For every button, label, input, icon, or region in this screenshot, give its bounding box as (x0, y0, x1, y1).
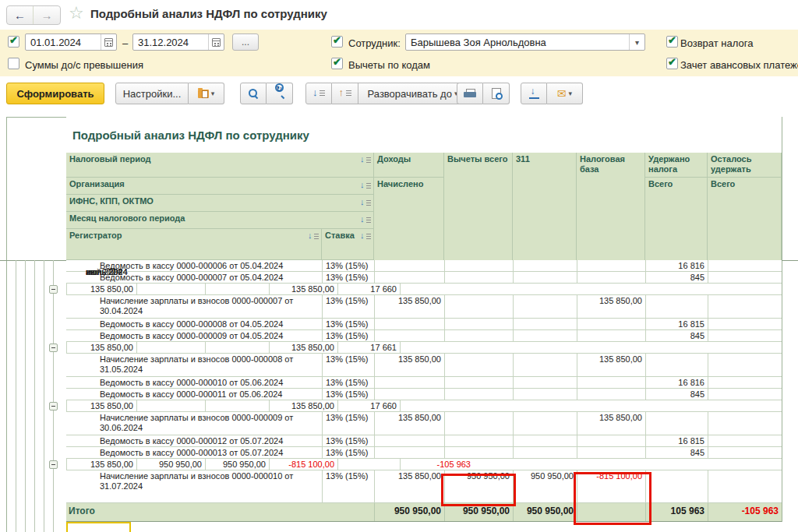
value-cell[interactable]: -815 100,00 (577, 470, 645, 502)
value-cell[interactable] (513, 295, 577, 318)
value-cell[interactable] (708, 330, 782, 341)
value-cell[interactable] (645, 354, 708, 376)
row-label[interactable]: Ведомость в кассу 0000-000008 от 04.05.2… (66, 319, 322, 329)
value-cell[interactable] (577, 319, 645, 329)
value-cell[interactable] (205, 342, 269, 353)
value-cell[interactable] (374, 435, 444, 446)
value-cell[interactable] (513, 447, 577, 458)
value-cell[interactable]: 845 (645, 330, 708, 341)
value-cell[interactable] (645, 295, 708, 318)
search-next-button[interactable] (267, 83, 293, 104)
row-label[interactable]: авг. 2024 (66, 266, 374, 288)
favorite-star-icon[interactable]: ☆ (69, 3, 84, 23)
value-cell[interactable] (374, 272, 444, 283)
value-cell[interactable] (444, 377, 513, 388)
document-row[interactable]: Ведомость в кассу 0000-000008 от 04.05.2… (66, 319, 782, 330)
value-cell[interactable] (444, 319, 513, 329)
value-cell[interactable]: 845 (645, 447, 708, 458)
search-button[interactable] (240, 83, 267, 104)
value-cell[interactable] (708, 319, 782, 329)
value-cell[interactable]: 845 (645, 272, 708, 283)
value-cell[interactable] (708, 354, 782, 376)
value-cell[interactable]: 950 950,00 (136, 459, 205, 470)
value-cell[interactable] (374, 377, 444, 388)
value-cell[interactable]: 135 850,00 (269, 342, 337, 353)
value-cell[interactable] (708, 447, 782, 458)
column-header[interactable]: Налоговая база (577, 153, 645, 260)
column-header[interactable]: ДоходыНачислено (374, 153, 444, 260)
header-registrator[interactable]: Регистратор (66, 229, 322, 260)
header-rate[interactable]: Ставка (322, 229, 374, 260)
report-variants-button[interactable]: ▾ (189, 83, 224, 104)
value-cell[interactable] (444, 354, 513, 376)
value-cell[interactable] (374, 330, 444, 341)
rate-cell[interactable]: 13% (15%) (322, 295, 374, 318)
header-month[interactable]: Месяц налогового периода (66, 212, 374, 229)
value-cell[interactable] (708, 412, 782, 435)
value-cell[interactable]: 950 950,00 (513, 470, 577, 502)
row-label[interactable]: Начисление зарплаты и взносов 0000-00001… (66, 470, 322, 502)
document-row[interactable]: Начисление зарплаты и взносов 0000-00000… (66, 412, 782, 435)
settings-button[interactable]: Настройки... (115, 83, 189, 104)
value-cell[interactable] (708, 295, 782, 318)
value-cell[interactable]: 135 850,00 (66, 459, 136, 470)
value-cell[interactable] (400, 400, 474, 411)
column-header[interactable]: 311 (513, 153, 577, 260)
expand-to-button[interactable]: Разворачивать до ▾ (358, 83, 468, 104)
period-more-button[interactable]: ... (232, 33, 259, 51)
employee-dropdown-button[interactable]: ▾ (629, 34, 644, 50)
value-cell[interactable]: 135 850,00 (269, 400, 337, 411)
date-from-field[interactable]: 01.01.2024 (25, 33, 117, 51)
column-header[interactable]: Удержано налогаВсего (645, 153, 708, 260)
total-row[interactable]: Итого 950 950,00950 950,00950 950,00105 … (66, 503, 782, 522)
date-from-value[interactable]: 01.01.2024 (26, 37, 101, 48)
value-cell[interactable] (577, 330, 645, 341)
sort-icon[interactable] (360, 156, 371, 165)
rate-cell[interactable]: 13% (15%) (322, 435, 374, 446)
sort-icon[interactable] (308, 232, 319, 241)
collapse-groups-button[interactable]: ↑ (332, 83, 358, 104)
collapse-group-button[interactable] (49, 344, 58, 352)
advance-offset-checkbox[interactable] (666, 58, 678, 69)
total-value-cell[interactable]: 950 950,00 (444, 503, 513, 521)
value-cell[interactable] (513, 319, 577, 329)
value-cell[interactable] (444, 389, 513, 400)
employee-combo[interactable]: Барышева Зоя Арнольдовна ▾ (405, 33, 645, 51)
value-cell[interactable] (577, 435, 645, 446)
header-ifns[interactable]: ИФНС, КПП, ОКТМО (66, 195, 374, 212)
send-email-button[interactable]: ✉ ▾ (547, 83, 583, 104)
value-cell[interactable] (374, 260, 444, 271)
column-header[interactable]: Вычеты всего (444, 153, 513, 260)
value-cell[interactable] (400, 342, 474, 353)
value-cell[interactable]: 135 850,00 (577, 412, 645, 435)
rate-cell[interactable]: 13% (15%) (322, 319, 374, 329)
value-cell[interactable] (708, 389, 782, 400)
value-cell[interactable] (708, 377, 782, 388)
header-tax-period[interactable]: Налоговый период (66, 153, 374, 178)
value-cell[interactable] (513, 354, 577, 376)
value-cell[interactable] (513, 330, 577, 341)
deductions-checkbox[interactable] (331, 58, 343, 69)
document-row[interactable]: Ведомость в кассу 0000-000010 от 05.06.2… (66, 377, 782, 389)
rate-cell[interactable]: 13% (15%) (322, 330, 374, 341)
value-cell[interactable]: 17 660 (337, 400, 400, 411)
value-cell[interactable] (513, 272, 577, 283)
value-cell[interactable] (374, 389, 444, 400)
value-cell[interactable] (708, 470, 782, 502)
total-value-cell[interactable]: 105 963 (645, 503, 708, 521)
tax-refund-checkbox[interactable] (666, 36, 678, 48)
total-value-cell[interactable]: -105 963 (708, 503, 782, 521)
employee-checkbox[interactable] (331, 36, 343, 48)
value-cell[interactable]: 135 850,00 (577, 354, 645, 376)
row-label[interactable]: Начисление зарплаты и взносов 0000-00000… (66, 354, 322, 376)
value-cell[interactable] (205, 400, 269, 411)
value-cell[interactable] (374, 447, 444, 458)
date-to-calendar-button[interactable] (208, 34, 224, 50)
value-cell[interactable]: 950 950,00 (444, 470, 513, 502)
value-cell[interactable] (645, 470, 708, 502)
value-cell[interactable] (708, 272, 782, 283)
value-cell[interactable]: 135 850,00 (66, 342, 136, 353)
rate-cell[interactable]: 13% (15%) (322, 354, 374, 376)
value-cell[interactable]: 135 850,00 (66, 400, 136, 411)
value-cell[interactable] (444, 260, 513, 271)
